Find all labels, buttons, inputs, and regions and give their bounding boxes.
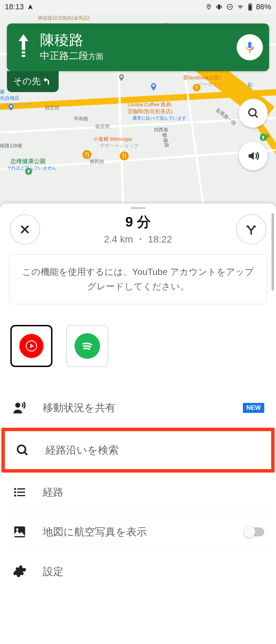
park-pin-icon bbox=[25, 168, 32, 175]
map-poi-sub: デザートショップ bbox=[100, 143, 139, 149]
settings-label: 設定 bbox=[43, 565, 264, 579]
map-poi-label: 彰 bbox=[248, 82, 253, 88]
settings-menu-item[interactable]: 設定 bbox=[7, 552, 269, 591]
battery-icon bbox=[248, 3, 253, 11]
location-icon bbox=[206, 3, 212, 10]
scroll-indicator[interactable] bbox=[272, 213, 274, 290]
new-badge: NEW bbox=[243, 403, 264, 413]
street-label: 辭修路 bbox=[161, 133, 170, 148]
svg-rect-7 bbox=[152, 85, 155, 87]
wifi-icon bbox=[237, 4, 244, 10]
share-trip-menu-item[interactable]: 移動状況を共有 NEW bbox=[7, 388, 269, 428]
satellite-icon bbox=[12, 525, 28, 539]
restaurant-pin-icon bbox=[193, 83, 201, 92]
list-icon bbox=[12, 485, 28, 499]
street-label: 自立街 bbox=[95, 123, 110, 130]
map-sound-button[interactable] bbox=[239, 141, 268, 170]
restaurant-pin-icon bbox=[82, 150, 92, 159]
street-label: 彰美路一段 bbox=[215, 107, 237, 127]
street-label: 稜路128巷 bbox=[0, 143, 22, 149]
eta-time: 9 分 bbox=[104, 212, 172, 231]
street-label: 平和路 bbox=[74, 116, 88, 122]
bottom-sheet[interactable]: 9 分 2.4 km ・ 18:22 この機能を使用するには、YouTube ア… bbox=[0, 204, 276, 644]
restaurant-pin-icon bbox=[119, 151, 129, 161]
share-trip-label: 移動状況を共有 bbox=[43, 401, 228, 415]
svg-rect-4 bbox=[249, 3, 251, 4]
map-poi-busy: 通常に比べて混んでいます bbox=[132, 115, 186, 121]
svg-point-8 bbox=[10, 105, 12, 107]
svg-rect-22 bbox=[14, 492, 16, 493]
satellite-menu-item[interactable]: 地図に航空写真を表示 bbox=[7, 512, 269, 552]
svg-rect-21 bbox=[17, 488, 25, 490]
next-instruction-label: その先 bbox=[13, 75, 41, 87]
gear-icon bbox=[12, 564, 28, 579]
svg-rect-23 bbox=[17, 492, 25, 493]
search-icon bbox=[247, 107, 260, 120]
straight-arrow-icon bbox=[13, 33, 34, 61]
satellite-toggle[interactable] bbox=[244, 527, 264, 536]
search-icon bbox=[14, 443, 30, 457]
close-icon bbox=[19, 223, 31, 236]
search-along-route-highlight: 経路沿いを検索 bbox=[1, 428, 275, 473]
status-bar: 18:13 86% bbox=[0, 0, 276, 14]
map-poi-label: 烤状猿日式燒肉(金馬店) bbox=[38, 15, 89, 21]
map-poi-label: 家 bbox=[0, 89, 5, 95]
map-poi-sub: ベーカリー bbox=[198, 81, 222, 88]
svg-point-9 bbox=[82, 150, 91, 159]
dnd-icon bbox=[226, 3, 233, 10]
media-app-row bbox=[7, 304, 269, 377]
street-label: 圳西巷 bbox=[154, 127, 168, 133]
voice-search-button[interactable] bbox=[237, 34, 263, 60]
svg-point-27 bbox=[16, 528, 19, 531]
eta-detail: 2.4 km ・ 18:22 bbox=[104, 233, 172, 246]
navigation-indicator-icon bbox=[27, 4, 33, 10]
svg-point-10 bbox=[120, 151, 129, 160]
map-pin-icon bbox=[117, 72, 126, 85]
spotify-tile[interactable] bbox=[66, 325, 108, 367]
route-label: 経路 bbox=[43, 485, 264, 499]
svg-point-18 bbox=[15, 403, 20, 408]
map-pin-icon bbox=[7, 102, 15, 115]
turn-left-icon bbox=[43, 77, 52, 86]
alternate-routes-button[interactable] bbox=[236, 214, 266, 245]
split-arrows-icon bbox=[244, 222, 258, 236]
map-poi-label: 莎咖啡(彰化彰美店) bbox=[128, 108, 172, 115]
vibrate-icon bbox=[215, 3, 223, 10]
map-search-button[interactable] bbox=[239, 99, 268, 128]
svg-rect-24 bbox=[14, 495, 16, 496]
microphone-icon bbox=[243, 41, 256, 54]
youtube-music-icon bbox=[19, 334, 43, 358]
map-poi-sub: ニエンスストア bbox=[0, 101, 31, 108]
youtube-music-tile[interactable] bbox=[10, 325, 52, 367]
map-poi-label: 化自強店 bbox=[0, 95, 19, 101]
speaker-icon bbox=[246, 149, 260, 163]
status-time: 18:13 bbox=[5, 2, 24, 11]
map-poi-label: 忠権健康公園 bbox=[10, 157, 46, 165]
map-poi-label: 小食糖 littlesugar bbox=[93, 136, 132, 142]
search-along-route-label: 経路沿いを検索 bbox=[46, 443, 262, 457]
nav-street-name: 陳稜路 bbox=[40, 32, 237, 48]
map-poi-label: 看facebook公告) bbox=[183, 75, 221, 81]
svg-rect-15 bbox=[22, 55, 25, 57]
svg-point-11 bbox=[193, 84, 200, 91]
street-label: 自立街 bbox=[45, 105, 59, 111]
spotify-icon bbox=[75, 333, 100, 359]
street-label: 裕民街 bbox=[90, 159, 104, 165]
svg-point-0 bbox=[208, 6, 209, 7]
svg-point-6 bbox=[120, 76, 122, 78]
navigation-instruction-card[interactable]: 陳稜路 中正路二段方面 bbox=[7, 23, 269, 71]
battery-percent: 86% bbox=[256, 2, 271, 11]
route-menu-item[interactable]: 経路 bbox=[7, 473, 269, 512]
svg-rect-5 bbox=[249, 5, 251, 10]
nav-toward: 中正路二段方面 bbox=[40, 49, 237, 62]
satellite-label: 地図に航空写真を表示 bbox=[43, 525, 229, 539]
map-pin-icon bbox=[149, 81, 158, 95]
svg-rect-25 bbox=[17, 495, 25, 496]
next-instruction-tab[interactable]: その先 bbox=[7, 71, 59, 92]
close-navigation-button[interactable] bbox=[10, 214, 40, 245]
share-person-icon bbox=[12, 400, 28, 415]
svg-rect-1 bbox=[218, 4, 220, 9]
map-poi-label: Louisa Coffee 路易. bbox=[128, 101, 173, 108]
search-along-route-menu-item[interactable]: 経路沿いを検索 bbox=[5, 431, 271, 469]
svg-rect-20 bbox=[14, 488, 16, 490]
